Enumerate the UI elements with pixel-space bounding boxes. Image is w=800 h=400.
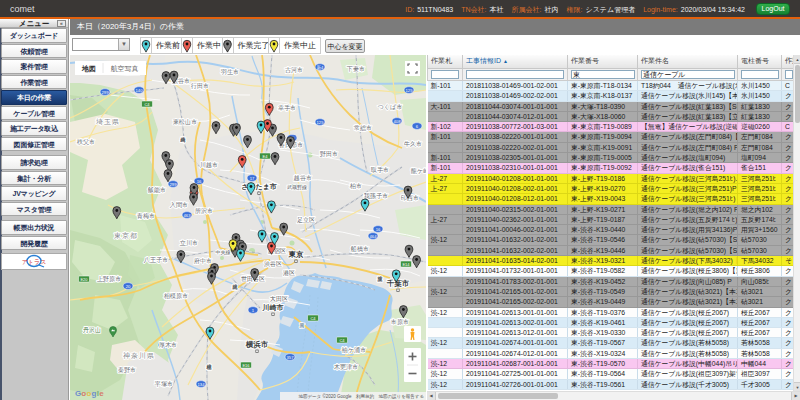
svg-text:408: 408	[394, 119, 402, 124]
svg-text:八王子市: 八王子市	[144, 256, 169, 264]
svg-text:入間市: 入間市	[170, 201, 189, 209]
svg-text:17: 17	[250, 176, 255, 181]
svg-text:羽生市: 羽生市	[221, 68, 240, 75]
svg-text:航空写真: 航空写真	[111, 65, 139, 73]
svg-text:横浜市: 横浜市	[245, 340, 269, 349]
svg-text:東京: 東京	[288, 250, 305, 259]
svg-text:越谷市: 越谷市	[294, 174, 313, 182]
svg-text:20: 20	[126, 284, 131, 289]
svg-text:木更津市: 木更津市	[334, 363, 359, 371]
svg-text:所沢市: 所沢市	[195, 207, 214, 214]
svg-text:下妻市: 下妻市	[347, 65, 366, 72]
svg-text:飯能市: 飯能市	[148, 186, 167, 194]
svg-text:川崎市: 川崎市	[262, 303, 284, 312]
svg-text:上野原市: 上野原市	[97, 275, 122, 282]
svg-text:取手市: 取手市	[371, 166, 390, 173]
svg-text:134: 134	[198, 382, 206, 387]
svg-text:龍ケ崎: 龍ケ崎	[411, 167, 426, 174]
svg-text:牛久市: 牛久市	[404, 140, 423, 147]
svg-text:柏市: 柏市	[349, 182, 362, 190]
svg-text:我孫子市: 我孫子市	[364, 192, 389, 200]
svg-text:渋谷区: 渋谷区	[264, 260, 282, 268]
svg-text:中央線: 中央線	[216, 249, 231, 255]
svg-text:357: 357	[287, 355, 295, 360]
svg-text:袖ケ浦市: 袖ケ浦市	[342, 346, 367, 354]
svg-text:船橋市: 船橋市	[350, 245, 370, 253]
svg-text:16: 16	[197, 179, 202, 184]
svg-text:299: 299	[170, 182, 178, 187]
svg-text:e: e	[99, 389, 104, 398]
svg-text:港区: 港区	[283, 269, 295, 277]
svg-text:新4: 新4	[317, 65, 324, 70]
svg-text:厚木市: 厚木市	[159, 341, 178, 348]
svg-text:125: 125	[317, 120, 325, 125]
svg-text:C4: C4	[339, 338, 345, 343]
svg-text:アトラス: アトラス	[22, 259, 47, 265]
svg-text:東松山市: 東松山市	[173, 118, 198, 125]
svg-text:川越市: 川越市	[200, 161, 219, 169]
svg-text:相模原市: 相模原市	[164, 292, 189, 300]
svg-text:常総市: 常総市	[354, 124, 373, 132]
svg-text:青梅市: 青梅市	[137, 212, 156, 220]
svg-text:府中市: 府中市	[194, 257, 213, 264]
svg-text:E16: E16	[242, 363, 250, 368]
svg-text:丹沢山: 丹沢山	[83, 327, 101, 333]
svg-text:武蔵野線: 武蔵野線	[287, 184, 307, 190]
svg-text:神奈川県: 神奈川県	[123, 352, 155, 359]
svg-text:E14: E14	[402, 262, 410, 267]
svg-text:125: 125	[406, 88, 414, 93]
svg-text:立川市: 立川市	[180, 239, 199, 246]
svg-text:大田区: 大田区	[270, 295, 288, 303]
svg-text:埼玉県: 埼玉県	[95, 118, 120, 125]
svg-text:千葉市: 千葉市	[386, 279, 410, 288]
svg-text:秦野市: 秦野市	[118, 366, 137, 373]
svg-text:16: 16	[376, 227, 381, 232]
svg-text:行田市: 行田市	[191, 82, 210, 90]
svg-text:市原市: 市原市	[391, 318, 410, 325]
svg-text:463: 463	[184, 213, 192, 218]
svg-text:東京都: 東京都	[114, 232, 138, 240]
svg-text:E20: E20	[80, 277, 88, 282]
svg-text:299: 299	[102, 90, 110, 95]
svg-text:秩父市: 秩父市	[77, 138, 96, 145]
svg-text:古河市: 古河市	[285, 66, 304, 74]
svg-text:E4: E4	[263, 154, 269, 159]
svg-text:C4: C4	[144, 102, 150, 107]
svg-text:464: 464	[370, 234, 378, 239]
svg-text:平塚市: 平塚市	[154, 380, 174, 387]
svg-text:幸手市: 幸手市	[278, 104, 297, 111]
svg-text:さいたま市: さいたま市	[241, 182, 277, 191]
svg-text:地図: 地図	[81, 65, 96, 73]
svg-text:C4: C4	[310, 316, 316, 321]
svg-text:140: 140	[136, 88, 144, 93]
svg-text:足立区: 足立区	[297, 216, 315, 224]
svg-text:地図データ ©2020 Google 利用規約 地図の誤りを: 地図データ ©2020 Google 利用規約 地図の誤りを報告する	[297, 393, 424, 400]
svg-text:つくば市: つくば市	[377, 103, 402, 111]
svg-text:野田市: 野田市	[320, 150, 339, 158]
